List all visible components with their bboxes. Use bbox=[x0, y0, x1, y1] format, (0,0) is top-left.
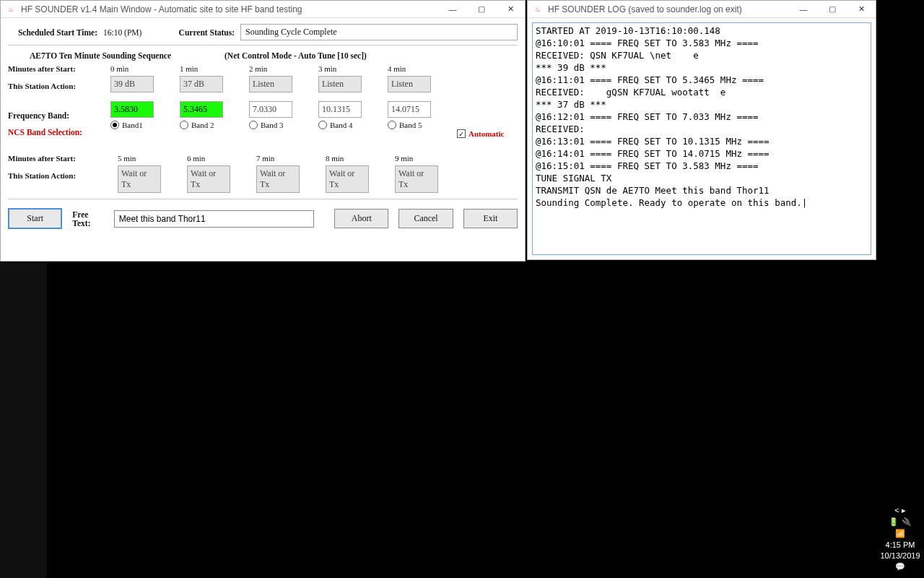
band-radio-5[interactable]: Band 5 bbox=[388, 121, 451, 129]
band-radio-1[interactable]: Band1 bbox=[110, 121, 174, 129]
current-status-value: Sounding Cycle Complete bbox=[240, 24, 518, 40]
frequency-band-label: Frequency Band: bbox=[8, 103, 110, 128]
current-status-label: Current Status: bbox=[179, 28, 235, 37]
system-tray[interactable]: < ▸ 🔋 🔌 📶 4:15 PM 10/13/2019 💬 bbox=[876, 499, 924, 578]
free-text-input[interactable] bbox=[114, 210, 314, 228]
action-box: Listen bbox=[318, 76, 362, 92]
action-box: Listen bbox=[388, 76, 431, 92]
action-box: Wait or Tx bbox=[326, 165, 369, 193]
freq-box[interactable]: 5.3465 bbox=[180, 101, 223, 118]
log-window-title: HF SOUNDER LOG (saved to sounder.log on … bbox=[548, 4, 789, 14]
scheduled-start-value: 16:10 (PM) bbox=[103, 28, 161, 37]
clock-time: 4:15 PM bbox=[878, 540, 923, 549]
action-box: 37 dB bbox=[180, 76, 223, 92]
close-button[interactable]: ✕ bbox=[496, 1, 525, 18]
minimize-button[interactable]: — bbox=[789, 1, 818, 18]
action-box: Wait or Tx bbox=[256, 165, 300, 193]
ncs-band-label: NCS Band Selection: bbox=[8, 128, 110, 147]
main-window-title: HF SOUNDER v1.4 Main Window - Automatic … bbox=[21, 4, 438, 14]
band-radio-3[interactable]: Band 3 bbox=[249, 121, 313, 129]
mode-title: (Net Control Mode - Auto Tune [10 sec]) bbox=[225, 51, 518, 60]
freq-box[interactable]: 14.0715 bbox=[388, 101, 431, 118]
free-text-label: Free Text: bbox=[72, 210, 108, 228]
log-textarea[interactable]: STARTED AT 2019-10-13T16:10:00.148 @16:1… bbox=[532, 22, 871, 255]
action-box: Listen bbox=[249, 76, 292, 92]
cancel-button[interactable]: Cancel bbox=[398, 209, 453, 228]
freq-box[interactable]: 10.1315 bbox=[318, 101, 362, 118]
start-button[interactable]: Start bbox=[8, 208, 62, 229]
freq-box[interactable]: 3.5830 bbox=[110, 101, 154, 118]
band-radio-4[interactable]: Band 4 bbox=[318, 121, 382, 129]
maximize-button[interactable]: ▢ bbox=[467, 1, 496, 18]
exit-button[interactable]: Exit bbox=[463, 209, 518, 228]
clock-date: 10/13/2019 bbox=[878, 551, 923, 560]
java-icon: ♨ bbox=[5, 4, 17, 15]
java-icon: ♨ bbox=[532, 4, 544, 15]
minimize-button[interactable]: — bbox=[438, 1, 467, 18]
action-box: Wait or Tx bbox=[187, 165, 230, 193]
scheduled-start-label: Scheduled Start Time: bbox=[18, 28, 97, 37]
automatic-checkbox[interactable]: ✓ Automatic bbox=[457, 129, 518, 138]
maximize-button[interactable]: ▢ bbox=[818, 1, 847, 18]
minutes-after-label: Minutes after Start: bbox=[8, 64, 110, 79]
action-box: Wait or Tx bbox=[118, 165, 161, 193]
abort-button[interactable]: Abort bbox=[334, 209, 388, 228]
action-box: 39 dB bbox=[110, 76, 154, 92]
close-button[interactable]: ✕ bbox=[847, 1, 876, 18]
this-station-label: This Station Action: bbox=[8, 82, 110, 100]
action-box: Wait or Tx bbox=[395, 165, 438, 193]
notifications-icon: 💬 bbox=[878, 562, 923, 571]
band-radio-2[interactable]: Band 2 bbox=[180, 121, 243, 129]
sequence-title: AE7TO Ten Minute Sounding Sequence bbox=[8, 51, 225, 60]
freq-box[interactable]: 7.0330 bbox=[249, 101, 292, 118]
